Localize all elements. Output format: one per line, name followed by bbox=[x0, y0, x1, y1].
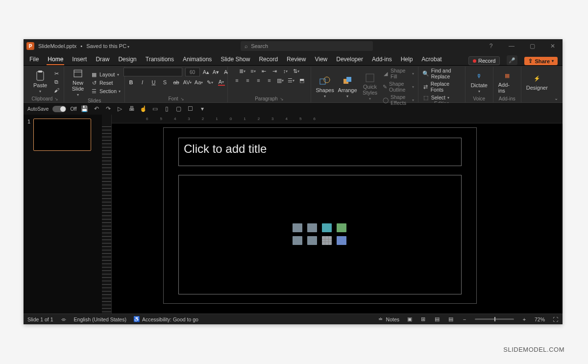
record-button[interactable]: Record bbox=[468, 56, 500, 65]
sorter-view-button[interactable]: ⊞ bbox=[420, 316, 427, 323]
shadow-button[interactable]: S bbox=[162, 79, 169, 86]
case-button[interactable]: Aa bbox=[196, 79, 202, 86]
slideshow-view-button[interactable]: ▤ bbox=[447, 316, 454, 323]
save-button[interactable]: 💾 bbox=[81, 105, 89, 113]
tab-design[interactable]: Design bbox=[117, 54, 137, 65]
text-dir-button[interactable]: ⇅ bbox=[293, 68, 300, 74]
accessibility-status[interactable]: ♿Accessibility: Good to go bbox=[133, 316, 198, 323]
save-state[interactable]: Saved to this PC bbox=[86, 43, 129, 49]
font-family-select[interactable] bbox=[123, 68, 182, 76]
smartart-convert-button[interactable]: ⬒ bbox=[298, 77, 305, 84]
reset-button[interactable]: ↺Reset bbox=[91, 79, 121, 86]
slide-canvas[interactable]: Click to add title bbox=[163, 127, 477, 304]
insert-video-icon[interactable] bbox=[293, 236, 302, 245]
strike-button[interactable]: ab bbox=[173, 79, 180, 86]
language-status[interactable]: English (United States) bbox=[74, 316, 126, 322]
qat-touch-button[interactable]: ☝ bbox=[140, 105, 147, 113]
indent-dec-button[interactable]: ⇤ bbox=[261, 68, 268, 74]
tab-view[interactable]: View bbox=[314, 54, 328, 65]
insert-stock-images-icon[interactable] bbox=[293, 223, 302, 232]
tab-review[interactable]: Review bbox=[286, 54, 307, 65]
minimize-button[interactable]: — bbox=[505, 43, 518, 49]
align-center-button[interactable]: ≡ bbox=[245, 77, 251, 84]
underline-button[interactable]: U bbox=[150, 79, 157, 86]
search-box[interactable]: ⌕ Search bbox=[241, 41, 373, 51]
addins-button[interactable]: ▦ Add-ins bbox=[497, 69, 517, 95]
help-icon[interactable]: ? bbox=[484, 43, 498, 49]
char-spacing-button[interactable]: AV bbox=[184, 79, 191, 86]
tab-record[interactable]: Record bbox=[258, 54, 279, 65]
normal-view-button[interactable]: ▣ bbox=[406, 316, 413, 323]
spellcheck-icon[interactable]: ⌯ bbox=[60, 316, 67, 323]
qat-c-button[interactable]: ▢ bbox=[175, 105, 183, 113]
font-size-select[interactable]: 60 bbox=[185, 68, 200, 76]
format-painter-button[interactable]: 🖌 bbox=[53, 87, 60, 94]
justify-button[interactable]: ≡ bbox=[266, 77, 273, 84]
line-spacing-button[interactable]: ↕ bbox=[282, 68, 289, 74]
slide-stage[interactable]: Click to add title bbox=[112, 123, 563, 314]
italic-button[interactable]: I bbox=[139, 79, 146, 86]
tab-help[interactable]: Help bbox=[400, 54, 414, 65]
clipboard-launcher[interactable]: ↘ bbox=[54, 97, 58, 101]
fit-window-button[interactable]: ⛶ bbox=[552, 316, 559, 323]
highlight-button[interactable]: ✎ bbox=[207, 79, 214, 86]
tab-developer[interactable]: Developer bbox=[335, 54, 364, 65]
zoom-level[interactable]: 72% bbox=[535, 316, 545, 322]
bold-button[interactable]: B bbox=[128, 79, 135, 86]
tab-animations[interactable]: Animations bbox=[182, 54, 213, 65]
cut-button[interactable]: ✂ bbox=[53, 70, 60, 77]
tab-draw[interactable]: Draw bbox=[95, 54, 110, 65]
insert-icons-icon[interactable] bbox=[322, 223, 332, 232]
share-button[interactable]: ⇪Share▾ bbox=[524, 57, 558, 65]
tab-slideshow[interactable]: Slide Show bbox=[220, 54, 251, 65]
shape-fill-button[interactable]: ◢Shape Fill bbox=[383, 68, 414, 79]
insert-table-icon[interactable] bbox=[322, 236, 332, 245]
close-button[interactable]: ✕ bbox=[546, 43, 560, 49]
align-right-button[interactable]: ≡ bbox=[255, 77, 262, 84]
arrange-button[interactable]: Arrange bbox=[338, 74, 357, 99]
columns-button[interactable]: ▥ bbox=[277, 77, 284, 84]
present-mic-button[interactable]: 🎤 bbox=[507, 55, 517, 65]
new-slide-button[interactable]: New Slide bbox=[68, 68, 88, 98]
qat-a-button[interactable]: ▭ bbox=[151, 105, 159, 113]
slide-thumbnail-1[interactable] bbox=[33, 119, 91, 151]
qat-more-button[interactable]: ▾ bbox=[198, 105, 206, 113]
qat-print-button[interactable]: 🖶 bbox=[128, 105, 136, 113]
insert-chart-icon[interactable] bbox=[337, 236, 346, 245]
replace-fonts-button[interactable]: ⇄Replace Fonts bbox=[422, 81, 461, 93]
paste-button[interactable]: Paste bbox=[30, 70, 50, 95]
copy-button[interactable]: ⧉ bbox=[53, 78, 60, 85]
indent-inc-button[interactable]: ⇥ bbox=[271, 68, 278, 74]
section-button[interactable]: ☰Section bbox=[91, 88, 121, 95]
find-button[interactable]: 🔍Find and Replace bbox=[422, 68, 461, 79]
shape-outline-button[interactable]: ✎Shape Outline bbox=[383, 81, 414, 93]
font-color-button[interactable]: A bbox=[218, 79, 225, 86]
notes-button[interactable]: ≐Notes bbox=[377, 316, 399, 323]
designer-button[interactable]: ⚡ Designer bbox=[525, 72, 549, 92]
select-button[interactable]: ⬚Select bbox=[422, 94, 461, 101]
bullets-button[interactable]: ≣ bbox=[239, 68, 246, 74]
align-text-button[interactable]: ☰ bbox=[288, 77, 294, 84]
title-placeholder[interactable]: Click to add title bbox=[178, 138, 462, 166]
quick-styles-button[interactable]: Quick Styles bbox=[360, 72, 380, 102]
insert-pictures-icon[interactable] bbox=[307, 223, 317, 232]
tab-insert[interactable]: Insert bbox=[71, 54, 88, 65]
increase-font-button[interactable]: A▴ bbox=[203, 69, 210, 75]
slide-counter[interactable]: Slide 1 of 1 bbox=[27, 316, 53, 322]
qat-d-button[interactable]: ☐ bbox=[187, 105, 195, 113]
content-placeholder[interactable] bbox=[178, 175, 462, 294]
layout-button[interactable]: ▦Layout bbox=[91, 71, 121, 78]
qat-b-button[interactable]: ▯ bbox=[163, 105, 171, 113]
paragraph-launcher[interactable]: ↘ bbox=[280, 97, 284, 101]
tab-addins[interactable]: Add-ins bbox=[371, 54, 393, 65]
insert-smartart-icon[interactable] bbox=[337, 223, 346, 232]
tab-acrobat[interactable]: Acrobat bbox=[420, 54, 442, 65]
collapse-ribbon-button[interactable]: ⌄ bbox=[553, 96, 560, 102]
tab-transitions[interactable]: Transitions bbox=[145, 54, 175, 65]
shape-effects-button[interactable]: ◯Shape Effects bbox=[383, 94, 414, 106]
insert-cameo-icon[interactable] bbox=[307, 236, 317, 245]
tab-file[interactable]: File bbox=[28, 54, 40, 65]
dictate-button[interactable]: 🎙 Dictate bbox=[469, 70, 489, 95]
tab-home[interactable]: Home bbox=[47, 54, 64, 65]
undo-button[interactable]: ↶ bbox=[93, 105, 100, 113]
